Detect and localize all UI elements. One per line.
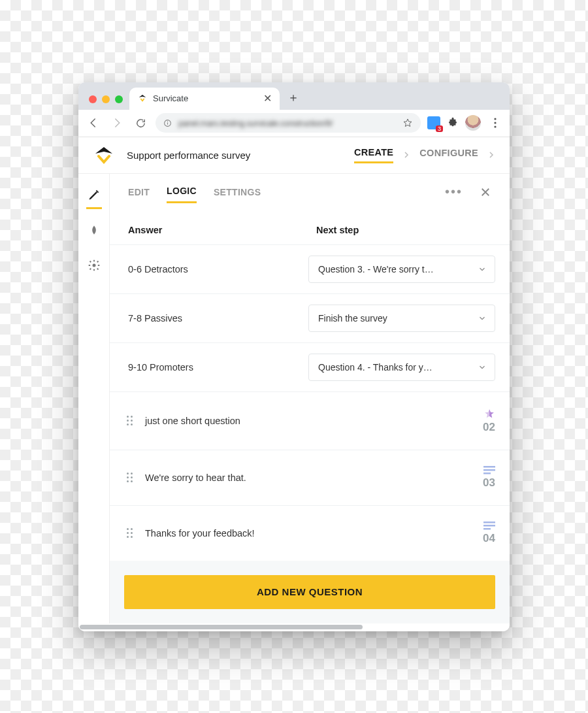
browser-toolbar: panel.mars.testing.survicale.constructio… <box>78 110 510 137</box>
svg-point-6 <box>92 263 95 267</box>
question-text: Thanks for your feedback! <box>145 528 472 539</box>
step-configure[interactable]: CONFIGURE <box>419 148 478 162</box>
logic-row: 9-10 Promoters Question 4. - Thanks for … <box>110 342 510 391</box>
browser-menu-icon[interactable] <box>487 118 503 128</box>
new-tab-button[interactable]: ＋ <box>284 88 303 107</box>
sidebar <box>78 174 110 623</box>
subtab-edit[interactable]: EDIT <box>128 182 150 203</box>
question-number: 04 <box>483 532 495 545</box>
browser-window: Survicate ✕ ＋ panel.mars.testing.survica… <box>78 82 510 631</box>
app-header: Support performance survey CREATE CONFIG… <box>78 137 510 174</box>
header-next-step: Next step <box>316 225 491 235</box>
profile-avatar[interactable] <box>465 115 481 131</box>
answer-label: 9-10 Promoters <box>128 362 295 373</box>
browser-tab[interactable]: Survicate ✕ <box>129 88 280 110</box>
tab-title: Survicate <box>153 93 188 103</box>
scrollbar-thumb[interactable] <box>80 625 363 629</box>
extension-badge-icon[interactable] <box>427 116 440 129</box>
extensions-area <box>427 115 503 131</box>
question-number: 03 <box>483 476 495 489</box>
horizontal-scrollbar[interactable] <box>78 623 510 631</box>
sidebar-design-icon[interactable] <box>85 221 103 239</box>
sidebar-settings-icon[interactable] <box>85 256 103 274</box>
logic-row: 0-6 Detractors Question 3. - We're sorry… <box>110 244 510 293</box>
chrome-tab-strip: Survicate ✕ ＋ <box>78 82 510 110</box>
minimize-window-icon[interactable] <box>102 95 110 103</box>
back-button[interactable] <box>85 114 102 131</box>
logic-table-header: Answer Next step <box>110 210 510 244</box>
text-lines-icon <box>483 522 495 531</box>
svg-rect-1 <box>167 122 168 124</box>
question-meta: 04 <box>483 522 495 545</box>
svg-rect-10 <box>483 522 495 523</box>
drag-handle-icon[interactable] <box>124 528 135 538</box>
svg-rect-12 <box>483 528 491 530</box>
question-meta: 02 <box>483 408 495 434</box>
subtab-settings[interactable]: SETTINGS <box>214 182 261 203</box>
maximize-window-icon[interactable] <box>115 95 123 103</box>
drag-handle-icon[interactable] <box>124 416 135 425</box>
star-icon <box>483 408 495 420</box>
extensions-icon[interactable] <box>447 117 459 129</box>
question-text: We're sorry to hear that. <box>145 473 472 483</box>
question-row[interactable]: Thanks for your feedback! 04 <box>110 505 510 561</box>
sidebar-edit-icon[interactable] <box>85 186 103 204</box>
survey-title: Support performance survey <box>127 150 250 161</box>
question-meta: 03 <box>483 466 495 489</box>
more-menu-icon[interactable]: ••• <box>445 184 463 199</box>
main-content: EDIT LOGIC SETTINGS ••• Answer Next step… <box>110 174 510 623</box>
step-create[interactable]: CREATE <box>354 147 393 163</box>
close-panel-icon[interactable] <box>480 186 491 198</box>
question-row[interactable]: just one short question 02 <box>110 391 510 450</box>
url-text: panel.mars.testing.survicale.constructio… <box>178 118 333 128</box>
answer-label: 0-6 Detractors <box>128 264 295 274</box>
app-body: EDIT LOGIC SETTINGS ••• Answer Next step… <box>78 174 510 623</box>
chevron-down-icon <box>478 265 487 274</box>
window-controls <box>85 95 129 110</box>
question-number: 02 <box>483 421 495 434</box>
add-question-area: ADD NEW QUESTION <box>110 561 510 623</box>
chevron-down-icon <box>478 363 487 372</box>
chevron-down-icon <box>478 314 487 323</box>
bookmark-icon[interactable] <box>402 118 413 128</box>
svg-rect-2 <box>167 121 168 122</box>
header-answer: Answer <box>128 225 303 235</box>
close-tab-icon[interactable]: ✕ <box>263 93 272 104</box>
tab-favicon <box>137 93 148 104</box>
next-step-select[interactable]: Question 4. - Thanks for y… <box>308 354 495 381</box>
answer-label: 7-8 Passives <box>128 313 295 323</box>
logic-panel: Answer Next step 0-6 Detractors Question… <box>110 210 510 561</box>
drag-handle-icon[interactable] <box>124 473 135 482</box>
svg-point-5 <box>494 125 496 127</box>
site-info-icon <box>163 119 172 127</box>
next-step-select[interactable]: Question 3. - We're sorry t… <box>308 256 495 283</box>
add-question-button[interactable]: ADD NEW QUESTION <box>124 575 495 609</box>
reload-button[interactable] <box>132 114 149 131</box>
next-step-select[interactable]: Finish the survey <box>308 305 495 332</box>
question-row[interactable]: We're sorry to hear that. 03 <box>110 450 510 505</box>
logic-row: 7-8 Passives Finish the survey <box>110 293 510 342</box>
survicate-logo[interactable] <box>93 146 115 164</box>
svg-point-4 <box>494 122 496 124</box>
svg-rect-11 <box>483 525 495 527</box>
svg-rect-8 <box>483 469 495 471</box>
wizard-steps: CREATE CONFIGURE <box>354 147 495 163</box>
svg-point-3 <box>494 118 496 120</box>
svg-rect-9 <box>483 473 491 474</box>
forward-button[interactable] <box>108 114 125 131</box>
close-window-icon[interactable] <box>89 95 97 103</box>
subtabs: EDIT LOGIC SETTINGS ••• <box>110 174 510 210</box>
text-lines-icon <box>483 466 495 475</box>
chevron-right-icon <box>402 151 410 159</box>
subtab-logic[interactable]: LOGIC <box>167 180 197 203</box>
question-text: just one short question <box>145 416 472 426</box>
svg-rect-7 <box>483 466 495 468</box>
chevron-right-icon <box>487 151 495 159</box>
address-bar[interactable]: panel.mars.testing.survicale.constructio… <box>155 113 421 133</box>
